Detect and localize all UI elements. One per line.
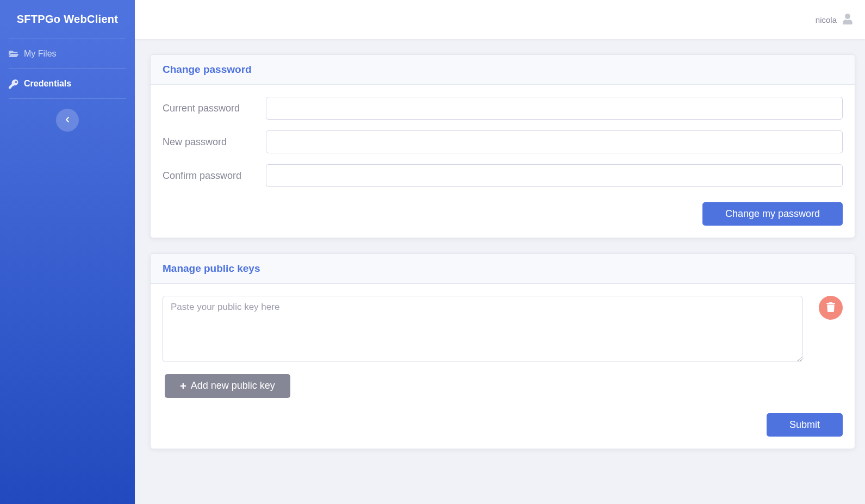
confirm-password-input[interactable] — [266, 164, 843, 187]
folder-open-icon — [9, 49, 18, 59]
sidebar-nav: My Files — [0, 39, 135, 69]
change-password-button[interactable]: Change my password — [702, 202, 843, 226]
card-body: + Add new public key Submit — [151, 284, 855, 449]
key-icon — [9, 79, 18, 89]
main-container: Change password Current password New pas… — [135, 39, 865, 486]
sidebar-item-my-files[interactable]: My Files — [0, 39, 135, 69]
add-key-row: + Add new public key — [165, 374, 843, 397]
form-row-new-password: New password — [163, 130, 843, 153]
user-menu[interactable]: nicola — [816, 14, 853, 26]
sidebar: SFTPGo WebClient My Files Credentials — [0, 0, 135, 504]
plus-icon: + — [180, 381, 186, 391]
public-key-textarea[interactable] — [163, 296, 802, 362]
content: nicola Change password Current password … — [135, 0, 865, 504]
app-title[interactable]: SFTPGo WebClient — [0, 0, 135, 39]
current-password-label: Current password — [163, 103, 266, 114]
sidebar-toggle-wrap — [0, 99, 135, 132]
new-password-input[interactable] — [266, 130, 843, 153]
change-password-actions: Change my password — [163, 202, 843, 226]
form-row-current-password: Current password — [163, 97, 843, 120]
sidebar-nav: Credentials — [0, 69, 135, 98]
username: nicola — [816, 15, 837, 24]
card-header-change-password: Change password — [151, 55, 855, 85]
confirm-password-label: Confirm password — [163, 170, 266, 182]
form-row-confirm-password: Confirm password — [163, 164, 843, 187]
card-header-public-keys: Manage public keys — [151, 254, 855, 284]
add-public-key-button[interactable]: + Add new public key — [165, 374, 290, 397]
sidebar-item-credentials[interactable]: Credentials — [0, 69, 135, 98]
public-keys-actions: Submit — [163, 413, 843, 437]
current-password-input[interactable] — [266, 97, 843, 120]
topbar: nicola — [135, 0, 865, 39]
manage-public-keys-card: Manage public keys + Add new public key — [150, 253, 855, 449]
new-password-label: New password — [163, 136, 266, 148]
sidebar-collapse-button[interactable] — [56, 109, 79, 132]
change-password-card: Change password Current password New pas… — [150, 54, 855, 238]
sidebar-item-label: Credentials — [24, 79, 71, 89]
chevron-left-icon — [65, 116, 70, 125]
card-body: Current password New password Confirm pa… — [151, 85, 855, 238]
submit-public-keys-button[interactable]: Submit — [767, 413, 843, 437]
add-public-key-label: Add new public key — [191, 379, 275, 392]
user-icon — [842, 14, 853, 26]
trash-icon — [826, 302, 836, 314]
sidebar-item-label: My Files — [24, 49, 57, 59]
delete-key-button[interactable] — [819, 296, 843, 320]
public-key-row — [163, 296, 843, 362]
